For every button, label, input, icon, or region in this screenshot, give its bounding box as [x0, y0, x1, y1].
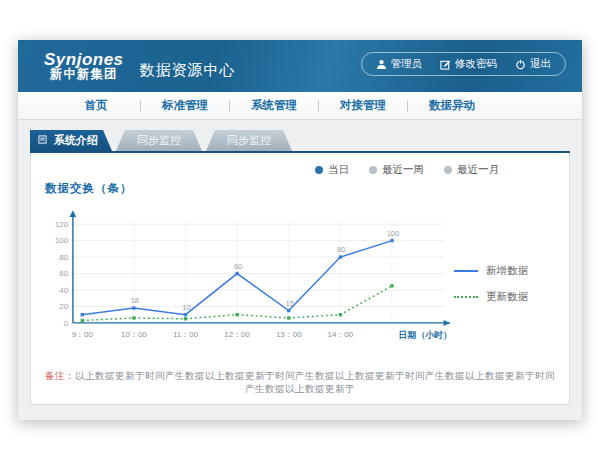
svg-text:12：00: 12：00 [224, 330, 250, 339]
power-icon [515, 59, 526, 70]
chart-legend: 新增数据 更新数据 [454, 196, 559, 356]
footnote-prefix: 备注： [45, 370, 75, 381]
filter-label: 当日 [328, 163, 349, 177]
user-menu-admin[interactable]: 管理员 [376, 57, 423, 71]
user-menu: 管理员 修改密码 退出 [361, 52, 567, 76]
document-icon [38, 135, 49, 146]
radio-icon [444, 166, 452, 174]
company-logo: Synjones 新中新集团 [44, 51, 124, 82]
tab-sync-monitor-2[interactable]: 同步监控 [206, 130, 292, 151]
logout-label: 退出 [530, 57, 551, 71]
svg-text:120: 120 [55, 220, 69, 229]
filter-last-month[interactable]: 最近一月 [444, 163, 499, 177]
filter-label: 最近一月 [457, 163, 499, 177]
svg-text:日期（小时）: 日期（小时） [399, 330, 452, 340]
footnote-text: 以上数据更新于时间产生数据以上数据更新于时间产生数据以上数据更新于时间产生数据以… [75, 370, 555, 394]
nav-item-system-mgmt[interactable]: 系统管理 [230, 98, 318, 113]
chart-row: 0204060801001209：0010：0011：0012：0013：001… [41, 196, 559, 356]
user-icon [376, 59, 387, 70]
legend-label: 新增数据 [486, 264, 528, 278]
svg-text:100: 100 [387, 229, 400, 238]
app-title: 数据资源中心 [140, 61, 236, 80]
svg-text:11：00: 11：00 [173, 330, 199, 339]
filter-last-week[interactable]: 最近一周 [369, 163, 424, 177]
line-chart: 0204060801001209：0010：0011：0012：0013：001… [41, 196, 454, 356]
svg-text:0: 0 [64, 319, 69, 328]
nav-item-interface-mgmt[interactable]: 对接管理 [319, 98, 407, 113]
legend-swatch-0 [454, 270, 478, 272]
header: Synjones 新中新集团 数据资源中心 管理员 修改密码 退出 [18, 40, 582, 92]
tab-bar: 系统介绍 同步监控 同步监控 [30, 130, 570, 151]
time-range-filters: 当日 最近一周 最近一月 [315, 163, 499, 177]
radio-selected-icon [315, 166, 323, 174]
svg-text:80: 80 [337, 245, 345, 254]
legend-label: 更新数据 [486, 290, 528, 304]
svg-text:40: 40 [59, 286, 68, 295]
svg-text:15: 15 [286, 299, 294, 308]
legend-item-new-data[interactable]: 新增数据 [454, 264, 559, 278]
content-area: 系统介绍 同步监控 同步监控 当日 最近一周 [18, 120, 582, 405]
user-menu-admin-label: 管理员 [391, 57, 423, 71]
svg-text:60: 60 [234, 262, 242, 271]
filter-label: 最近一周 [382, 163, 424, 177]
change-password-button[interactable]: 修改密码 [440, 57, 497, 71]
change-password-label: 修改密码 [455, 57, 497, 71]
nav-item-home[interactable]: 首页 [52, 98, 140, 113]
svg-text:60: 60 [59, 269, 68, 278]
svg-text:80: 80 [59, 253, 68, 262]
radio-icon [369, 166, 377, 174]
nav-item-standard-mgmt[interactable]: 标准管理 [141, 98, 229, 113]
filter-today[interactable]: 当日 [315, 163, 349, 177]
tab-label: 系统介绍 [54, 133, 98, 148]
logo-company: 新中新集团 [44, 68, 124, 81]
edit-icon [440, 59, 451, 70]
svg-text:14：00: 14：00 [328, 330, 354, 339]
svg-text:20: 20 [59, 302, 68, 311]
app-window: Synjones 新中新集团 数据资源中心 管理员 修改密码 退出 [18, 40, 582, 420]
logout-button[interactable]: 退出 [515, 57, 551, 71]
tab-underline [30, 151, 570, 153]
nav-item-data-change[interactable]: 数据异动 [408, 98, 496, 113]
svg-text:10: 10 [182, 303, 190, 312]
legend-item-update-data[interactable]: 更新数据 [454, 290, 559, 304]
tab-system-intro[interactable]: 系统介绍 [30, 130, 112, 151]
tab-sync-monitor-1[interactable]: 同步监控 [116, 130, 202, 151]
tab-label: 同步监控 [137, 133, 181, 148]
chart-y-axis-title: 数据交换（条） [45, 181, 559, 196]
chart-panel: 当日 最近一周 最近一月 数据交换（条） 0204060801001209：00… [30, 153, 570, 405]
svg-text:100: 100 [55, 236, 69, 245]
main-nav: 首页 标准管理 系统管理 对接管理 数据异动 [18, 92, 582, 120]
svg-text:10：00: 10：00 [121, 330, 147, 339]
legend-swatch-1 [454, 296, 478, 298]
svg-text:18: 18 [131, 296, 139, 305]
svg-text:9：00: 9：00 [72, 330, 94, 339]
footnote: 备注：以上数据更新于时间产生数据以上数据更新于时间产生数据以上数据更新于时间产生… [41, 370, 559, 396]
svg-text:13：00: 13：00 [276, 330, 302, 339]
tab-label: 同步监控 [227, 133, 271, 148]
logo-brand: Synjones [44, 51, 124, 69]
